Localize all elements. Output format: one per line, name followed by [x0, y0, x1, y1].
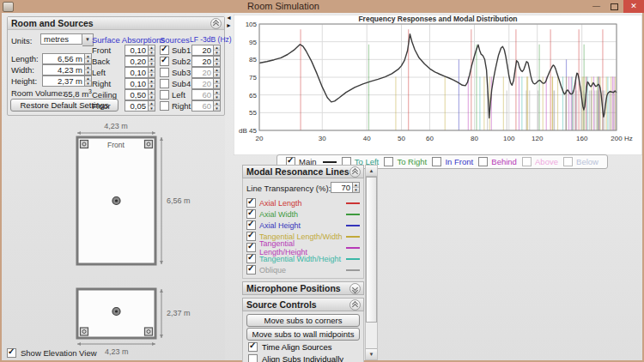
legend-item-behind[interactable]: Behind: [478, 157, 517, 166]
source-checkbox[interactable]: [160, 68, 169, 77]
maximize-button[interactable]: [605, 0, 623, 13]
source-checkbox[interactable]: [160, 90, 169, 100]
modal-line-row[interactable]: Axial Width: [246, 208, 360, 220]
spinner-arrows-icon[interactable]: ▲▼: [214, 100, 221, 112]
show-elevation-checkbox[interactable]: [7, 348, 16, 358]
align-subs-individually-label: Align Subs Individually: [262, 354, 343, 362]
modal-panel-collapse-button[interactable]: [349, 166, 361, 178]
spinner-arrows-icon[interactable]: ▲▼: [214, 89, 221, 100]
frequency-response-chart[interactable]: Frequency Responses and Modal Distributi…: [234, 15, 642, 155]
microphone-positions-title: Microphone Positions: [246, 283, 341, 293]
source-panel-collapse-button[interactable]: [349, 299, 361, 311]
svg-text:55: 55: [249, 109, 257, 117]
legend-checkbox[interactable]: [563, 157, 573, 166]
absorption-value[interactable]: 0,50: [125, 89, 149, 100]
show-elevation-view-toggle[interactable]: Show Elevation View: [7, 348, 97, 358]
legend-item-in-front[interactable]: In Front: [432, 157, 473, 166]
lf-value[interactable]: 60: [191, 89, 214, 100]
lf-value[interactable]: 20: [191, 78, 214, 89]
modal-line-checkbox[interactable]: [246, 254, 256, 263]
legend-item-below[interactable]: Below: [563, 157, 598, 166]
scrollbar-down-icon[interactable]: ▼: [366, 348, 377, 359]
top-view-sub1-marker[interactable]: [81, 141, 88, 148]
source-label: Sub3: [172, 68, 191, 77]
splitter-collapse-left-icon[interactable]: ◄: [226, 15, 232, 21]
elevation-sub1-marker[interactable]: [81, 328, 88, 335]
spinner-arrows-icon[interactable]: ▲▼: [85, 75, 92, 87]
spinner-arrows-icon[interactable]: ▲▼: [214, 67, 221, 78]
modal-line-checkbox[interactable]: [246, 232, 256, 241]
minimize-button[interactable]: —: [587, 0, 605, 13]
modal-line-checkbox[interactable]: [246, 220, 256, 230]
spinner-arrows-icon[interactable]: ▲▼: [214, 56, 221, 67]
spinner-arrows-icon[interactable]: ▲▼: [85, 53, 92, 64]
legend-checkbox[interactable]: [522, 157, 532, 166]
modal-line-row[interactable]: Oblique: [246, 264, 360, 275]
spinner-arrows-icon[interactable]: ▲▼: [149, 45, 155, 56]
source-checkbox[interactable]: [160, 57, 169, 66]
legend-checkbox[interactable]: [432, 157, 441, 166]
lf-value[interactable]: 20: [191, 45, 214, 56]
move-subs-to-wall-midpoints-button[interactable]: Move subs to wall midpoints: [246, 328, 360, 341]
absorption-value[interactable]: 0,20: [125, 56, 149, 67]
source-checkbox[interactable]: [160, 79, 169, 88]
collapse-panel-button[interactable]: [210, 18, 222, 29]
absorption-value[interactable]: 0,10: [125, 45, 149, 56]
modal-resonance-lines-header[interactable]: Modal Resonance Lines: [242, 165, 364, 178]
source-controls-header[interactable]: Source Controls: [242, 298, 364, 311]
dimension-value[interactable]: 4,23 m: [42, 64, 85, 75]
close-button[interactable]: ✕: [623, 0, 644, 13]
microphone-positions-header[interactable]: Microphone Positions: [242, 281, 364, 295]
splitter-collapse-right-icon[interactable]: ►: [226, 22, 232, 29]
absorption-value[interactable]: 0,10: [125, 78, 149, 89]
move-subs-to-corners-button[interactable]: Move subs to corners: [246, 314, 360, 327]
absorption-value[interactable]: 0,05: [125, 100, 149, 112]
spinner-arrows-icon[interactable]: ▲▼: [149, 67, 155, 78]
spinner-arrows-icon[interactable]: ▲▼: [214, 45, 221, 56]
mic-panel-expand-button[interactable]: [349, 283, 361, 294]
spinner-arrows-icon[interactable]: ▲▼: [214, 78, 221, 89]
spinner-arrows-icon[interactable]: ▲▼: [85, 64, 92, 75]
modal-line-row[interactable]: Tangential Length/Height: [246, 242, 360, 253]
room-diagrams[interactable]: 4,23 m Front 6,56 m: [2, 118, 225, 349]
spinner-arrows-icon[interactable]: ▲▼: [149, 56, 155, 67]
dimension-value[interactable]: 6,56 m: [42, 53, 85, 64]
elevation-sub2-marker[interactable]: [145, 328, 153, 335]
modal-line-row[interactable]: Tangential Width/Height: [246, 253, 360, 264]
line-transparency-value[interactable]: 70: [331, 182, 353, 193]
spinner-arrows-icon[interactable]: ▲▼: [149, 78, 155, 89]
legend-checkbox[interactable]: [478, 157, 488, 166]
legend-item-above[interactable]: Above: [522, 157, 558, 166]
top-view-mic-marker[interactable]: [112, 197, 120, 205]
lf-value[interactable]: 20: [191, 67, 214, 78]
lf-value[interactable]: 20: [191, 56, 214, 67]
spinner-arrows-icon[interactable]: ▲▼: [149, 89, 155, 100]
time-align-sources-checkbox[interactable]: [248, 342, 258, 352]
scrollbar-up-icon[interactable]: ▲: [366, 166, 377, 177]
source-checkbox[interactable]: [160, 101, 169, 111]
units-combobox[interactable]: metres ▼: [40, 33, 94, 46]
time-align-sources-toggle[interactable]: Time Align Sources: [248, 342, 332, 352]
legend-item-to-right[interactable]: To Right: [384, 157, 427, 166]
spinner-arrows-icon[interactable]: ▲▼: [149, 100, 155, 112]
source-checkbox[interactable]: [160, 45, 169, 55]
absorption-value[interactable]: 0,10: [125, 67, 149, 78]
top-view-sub2-marker[interactable]: [145, 141, 153, 148]
dimension-value[interactable]: 2,37 m: [42, 75, 85, 87]
modal-line-row[interactable]: Axial Length: [246, 197, 360, 208]
modal-line-checkbox[interactable]: [246, 209, 256, 219]
modal-line-row[interactable]: Axial Height: [246, 220, 360, 231]
modal-line-checkbox[interactable]: [246, 243, 256, 252]
elevation-mic-marker[interactable]: [112, 308, 120, 316]
line-transparency-spinner[interactable]: 70 ▲▼: [331, 182, 360, 193]
spinner-arrows-icon[interactable]: ▲▼: [353, 182, 360, 193]
legend-checkbox[interactable]: [384, 157, 393, 166]
align-subs-individually-checkbox[interactable]: [248, 354, 258, 362]
lower-panel-scrollbar[interactable]: ▲ ▼: [365, 165, 378, 360]
modal-line-checkbox[interactable]: [246, 198, 256, 208]
align-subs-individually-toggle[interactable]: Align Subs Individually: [248, 354, 343, 362]
scrollbar-thumb[interactable]: [366, 177, 377, 323]
room-and-sources-header[interactable]: Room and Sources: [8, 17, 224, 30]
modal-line-checkbox[interactable]: [246, 265, 256, 275]
lf-value[interactable]: 60: [191, 100, 214, 112]
